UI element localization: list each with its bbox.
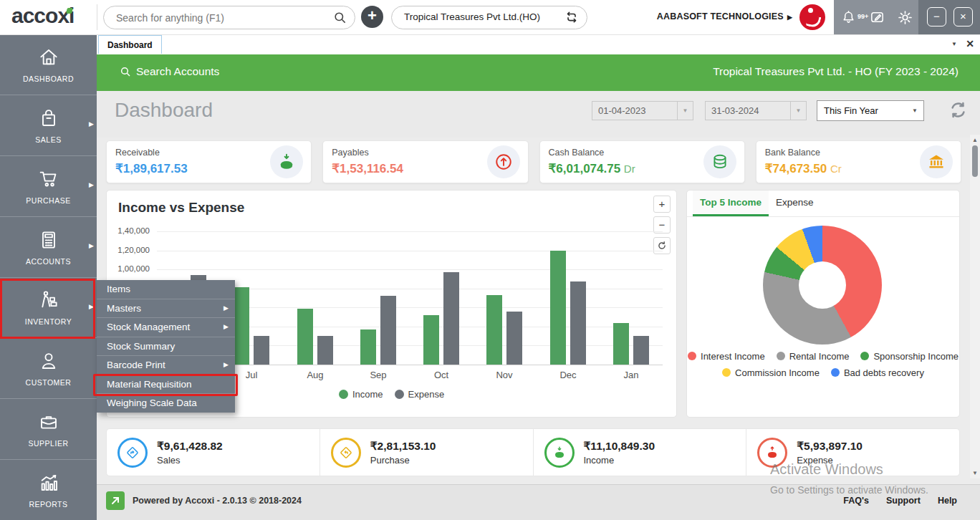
chevron-right-icon: ▶: [787, 14, 792, 21]
legend-item: Rental Income: [777, 351, 850, 362]
sales-total[interactable]: ₹9,61,428.82 Sales: [107, 429, 320, 476]
sidebar-item-purchase[interactable]: PURCHASE ▶: [0, 155, 97, 216]
search-accounts-button[interactable]: Search Accounts: [120, 65, 219, 78]
menu-item-stock-summary[interactable]: Stock Summary: [97, 337, 235, 357]
home-icon: [37, 46, 60, 69]
page-title: Dashboard: [115, 99, 213, 122]
scrollbar-thumb[interactable]: [972, 145, 978, 177]
menu-item-items[interactable]: Items: [97, 280, 235, 299]
company-selector-label: Tropical Treasures Pvt Ltd.(HO): [404, 11, 540, 22]
submenu-arrow-icon: ▶: [224, 299, 229, 318]
quick-add-button[interactable]: +: [361, 6, 383, 28]
briefcase-icon: [37, 410, 60, 433]
tab-top5-income[interactable]: Top 5 Income: [693, 191, 769, 216]
support-link[interactable]: Support: [886, 496, 921, 506]
receivable-card[interactable]: Receivable ₹1,89,617.53: [106, 140, 312, 183]
divider: [97, 4, 97, 30]
close-window-button[interactable]: ×: [953, 7, 973, 27]
sidebar-item-supplier[interactable]: SUPPLIER: [0, 398, 97, 459]
bar-income-aug: [297, 309, 313, 365]
donut-legend-row: Commission IncomeBad debts recovery: [722, 367, 924, 378]
submenu-arrow-icon: ▶: [89, 120, 94, 127]
period-select[interactable]: This Fin Year ▼: [817, 100, 924, 121]
chevron-down-icon[interactable]: ▼: [790, 102, 806, 120]
purchase-total[interactable]: ₹2,81,153.10 Purchase: [320, 429, 533, 476]
organization-menu[interactable]: AABASOFT TECHNOLOGIES▶: [657, 11, 792, 21]
refresh-dashboard-button[interactable]: [948, 100, 969, 120]
summary-cards: Receivable ₹1,89,617.53 Payables ₹1,53,1…: [106, 140, 961, 183]
bar-expense-jul: [254, 336, 269, 365]
chevron-down-icon[interactable]: ▼: [677, 102, 693, 120]
version-text: Powered by Accoxi - 2.0.13 © 2018-2024: [133, 496, 302, 506]
tab-dashboard[interactable]: Dashboard: [98, 35, 162, 54]
tab-expense[interactable]: Expense: [769, 191, 821, 216]
bar-income-dec: [550, 251, 566, 365]
account-bar: Search Accounts Tropical Treasures Pvt L…: [97, 54, 980, 91]
legend-dot: [722, 368, 731, 377]
purchase-icon: [331, 438, 361, 468]
legend-item: Expense: [395, 389, 445, 400]
y-tick-label: 1,00,000: [107, 264, 150, 273]
menu-item-masters[interactable]: Masters▶: [97, 299, 235, 319]
switch-company-icon[interactable]: [565, 10, 579, 24]
sidebar-item-reports[interactable]: REPORTS: [0, 459, 97, 520]
chevron-down-icon: ▼: [912, 107, 918, 114]
bar-expense-sep: [380, 296, 396, 365]
x-tick-label: Dec: [547, 370, 590, 380]
cash-balance-card[interactable]: Cash Balance ₹6,01,074.75 Dr: [539, 140, 745, 183]
submenu-arrow-icon: ▶: [224, 318, 229, 337]
global-search[interactable]: [103, 6, 355, 29]
legend-item: Interest Income: [688, 351, 765, 362]
tab-list-dropdown-icon[interactable]: ▼: [951, 41, 957, 47]
gridline: [157, 231, 663, 232]
company-selector[interactable]: Tropical Treasures Pvt Ltd.(HO): [391, 6, 587, 29]
legend-item: Bad debts recovery: [831, 367, 924, 378]
settings-button[interactable]: [897, 9, 913, 26]
income-total[interactable]: ₹11,10,849.30 Income: [533, 429, 746, 476]
chart-zoom-in-button[interactable]: +: [653, 196, 671, 213]
sidebar: DASHBOARD SALES ▶ PURCHASE ▶ ACCOUNTS ▶ …: [0, 34, 97, 520]
tab-strip: Dashboard ▼ ✕: [97, 34, 980, 54]
help-link[interactable]: Help: [938, 496, 957, 506]
faq-link[interactable]: FAQ's: [843, 496, 869, 506]
bar-expense-oct: [443, 272, 459, 365]
scroll-down-icon[interactable]: ▼: [970, 470, 980, 476]
y-tick-label: 1,20,000: [107, 246, 150, 254]
x-tick-label: Nov: [483, 370, 526, 380]
notification-badge: 99+: [858, 13, 868, 20]
bar-income-sep: [360, 329, 376, 365]
sidebar-item-accounts[interactable]: ACCOUNTS ▶: [0, 216, 97, 277]
sales-icon: [117, 438, 148, 468]
vertical-scrollbar[interactable]: ▲ ▼: [970, 135, 980, 478]
sidebar-item-customer[interactable]: CUSTOMER: [0, 337, 97, 398]
legend-dot: [688, 352, 696, 360]
global-search-input[interactable]: [115, 9, 325, 27]
gridline: [157, 269, 663, 270]
search-icon[interactable]: [333, 11, 347, 24]
tab-close-icon[interactable]: ✕: [966, 38, 974, 49]
user-avatar[interactable]: [799, 4, 825, 30]
legend-dot: [777, 352, 785, 360]
accoxi-footer-logo: [106, 491, 125, 510]
menu-item-weighing-scale-data[interactable]: Weighing Scale Data: [97, 394, 235, 413]
menu-item-barcode-print[interactable]: Barcode Print▶: [97, 356, 235, 375]
bar-expense-dec: [570, 281, 586, 365]
scroll-up-icon[interactable]: ▲: [970, 137, 980, 143]
donut-legend-row: Interest IncomeRental IncomeSponsorship …: [688, 351, 959, 362]
sidebar-item-dashboard[interactable]: DASHBOARD: [0, 34, 97, 95]
sidebar-item-sales[interactable]: SALES ▶: [0, 95, 97, 155]
date-from-field[interactable]: 01-04-2023 ▼: [592, 101, 693, 120]
menu-item-stock-management[interactable]: Stock Management▶: [97, 318, 235, 337]
bank-balance-card[interactable]: Bank Balance ₹74,673.50 Cr: [756, 140, 961, 183]
legend-item: Income: [339, 389, 383, 400]
payables-card[interactable]: Payables ₹1,53,116.54: [322, 140, 528, 183]
donut-legend: Interest IncomeRental IncomeSponsorship …: [687, 351, 959, 378]
cart-icon: [37, 168, 60, 191]
date-to-field[interactable]: 31-03-2024 ▼: [705, 101, 807, 120]
minimize-button[interactable]: −: [927, 7, 946, 27]
bar-expense-jan: [633, 336, 649, 365]
submenu-arrow-icon: ▶: [224, 356, 229, 375]
messages-button[interactable]: [869, 9, 885, 26]
bell-icon: [840, 9, 857, 26]
notifications-button[interactable]: 99+: [840, 9, 857, 26]
